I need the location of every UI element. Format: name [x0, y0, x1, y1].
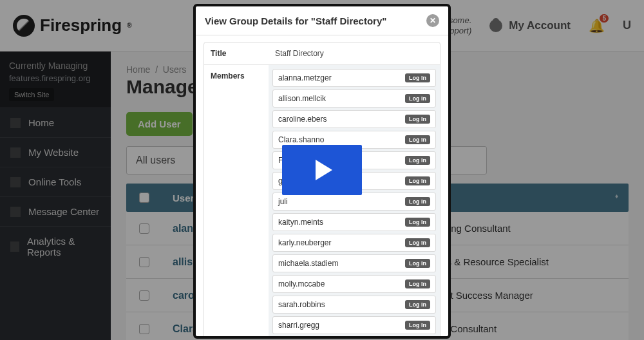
member-row: molly.mccabeLog In	[272, 275, 436, 293]
member-username: molly.mccabe	[278, 279, 325, 288]
video-play-button[interactable]	[282, 145, 362, 195]
login-button[interactable]: Log In	[405, 135, 430, 144]
member-username: kaityn.meints	[278, 218, 323, 227]
member-row: caroline.ebersLog In	[272, 110, 436, 128]
login-button[interactable]: Log In	[405, 94, 430, 103]
close-icon[interactable]: ✕	[426, 14, 439, 27]
login-button[interactable]: Log In	[405, 73, 430, 82]
member-row: sharri.greggLog In	[272, 316, 436, 334]
member-username: caroline.ebers	[278, 115, 327, 124]
member-username: alanna.metzger	[278, 73, 332, 82]
members-list: alanna.metzgerLog Inallison.mellcikLog I…	[269, 65, 440, 336]
login-button[interactable]: Log In	[405, 115, 430, 124]
login-button[interactable]: Log In	[405, 156, 430, 165]
member-row: michaela.stadiemLog In	[272, 254, 436, 272]
login-button[interactable]: Log In	[405, 259, 430, 268]
login-button[interactable]: Log In	[405, 321, 430, 330]
member-username: Clara.shanno	[278, 135, 324, 144]
login-button[interactable]: Log In	[405, 279, 430, 288]
member-username: juli	[278, 197, 288, 206]
login-button[interactable]: Log In	[405, 300, 430, 309]
modal-header: View Group Details for "Staff Directory"…	[196, 6, 448, 35]
member-username: karly.neuberger	[278, 238, 332, 247]
member-username: michaela.stadiem	[278, 259, 338, 268]
login-button[interactable]: Log In	[405, 197, 430, 206]
member-row: karly.neubergerLog In	[272, 234, 436, 252]
member-row: juliLog In	[272, 193, 436, 211]
group-title-value: Staff Directory	[269, 42, 440, 64]
modal-title: View Group Details for "Staff Directory"	[205, 15, 386, 26]
member-username: sharri.gregg	[278, 321, 319, 330]
member-row: kaityn.meintsLog In	[272, 213, 436, 231]
member-row: allison.mellcikLog In	[272, 90, 436, 108]
login-button[interactable]: Log In	[405, 218, 430, 227]
login-button[interactable]: Log In	[405, 176, 430, 185]
field-members-label: Members	[204, 65, 269, 87]
member-row: sarah.robbinsLog In	[272, 296, 436, 314]
field-title-label: Title	[204, 42, 269, 64]
member-username: allison.mellcik	[278, 94, 326, 103]
member-username: sarah.robbins	[278, 300, 325, 309]
play-icon	[316, 160, 332, 180]
member-row: alanna.metzgerLog In	[272, 69, 436, 87]
login-button[interactable]: Log In	[405, 238, 430, 247]
